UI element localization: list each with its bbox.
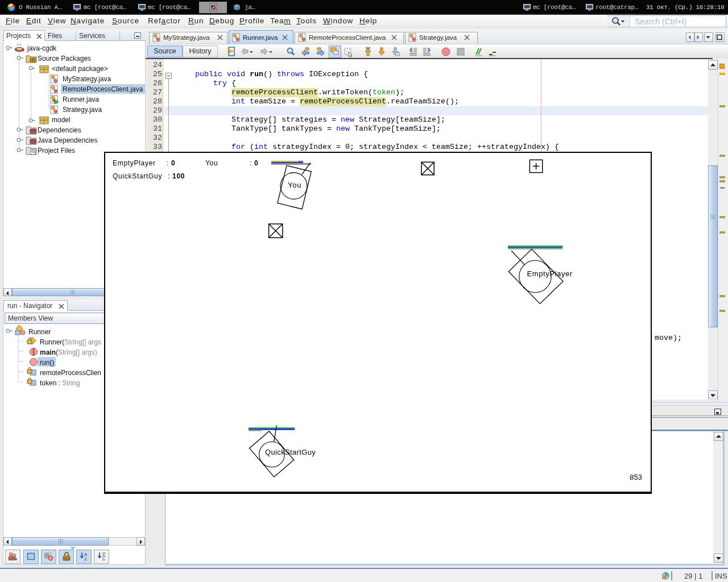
svg-text:Z: Z: [84, 556, 87, 562]
